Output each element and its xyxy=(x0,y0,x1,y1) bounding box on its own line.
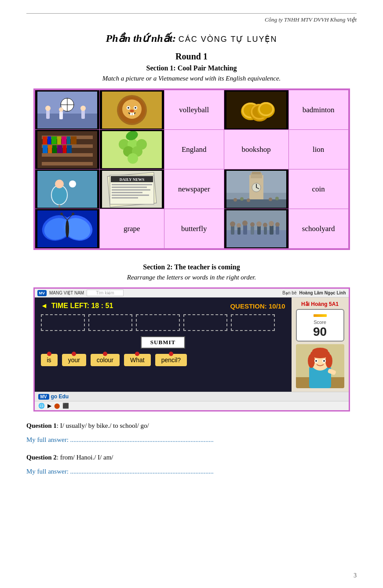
image-crowd xyxy=(224,209,288,249)
svg-point-18 xyxy=(128,107,129,109)
part-subtitle: CÁC VÒNG TỰ LUYỆN xyxy=(179,35,277,44)
svg-rect-37 xyxy=(42,162,93,165)
word-grape: grape xyxy=(99,209,164,249)
question-label: QUESTION: xyxy=(230,302,266,310)
svg-point-32 xyxy=(260,104,272,114)
word-butterfly: butterfly xyxy=(164,209,224,249)
table-row: grape butterfly xyxy=(35,209,348,249)
go-edu-label: go Edu xyxy=(51,393,69,400)
svg-rect-40 xyxy=(51,136,57,144)
company-name: Công ty TNHH MTV DVVH Khang Việt xyxy=(265,16,357,23)
svg-point-89 xyxy=(247,198,250,202)
svg-rect-74 xyxy=(112,192,142,193)
answer-box-2[interactable] xyxy=(88,314,132,331)
game-screenshot: MV MANG VIỆT NAM Tìm kiếm Bạn bè Hoàng L… xyxy=(33,287,350,412)
answer-box-5[interactable] xyxy=(231,314,275,331)
avatar-area xyxy=(296,344,344,388)
svg-point-8 xyxy=(59,107,63,112)
game-main: ◄ TIME LEFT: 18 : 51 QUESTION: 10/10 SUB… xyxy=(35,298,349,392)
word-chip-is[interactable]: is xyxy=(41,354,58,366)
svg-rect-42 xyxy=(62,136,66,144)
time-label: TIME LEFT: xyxy=(51,302,89,309)
image-newspaper: DAILY NEWS xyxy=(99,169,164,209)
friends-label: Bạn bè xyxy=(282,290,296,295)
dot-icon xyxy=(47,352,51,356)
section2-instruction: Rearrange the letters or words in the ri… xyxy=(26,274,357,281)
svg-point-90 xyxy=(269,198,272,201)
bigben-image xyxy=(226,171,286,208)
svg-rect-5 xyxy=(46,110,50,119)
svg-rect-75 xyxy=(112,195,149,196)
word-chip-pencil[interactable]: pencil? xyxy=(155,354,187,366)
image-lion xyxy=(99,90,164,130)
image-bigben xyxy=(224,169,288,209)
section2-title: Section 2: The teacher is coming xyxy=(26,263,357,271)
question-value: 10/10 xyxy=(269,302,285,310)
part-label: Phần thứ nhất: xyxy=(106,33,176,44)
question-num: QUESTION: 10/10 xyxy=(230,302,285,310)
arrow-icon: ◄ xyxy=(41,302,48,309)
time-value: 18 : 51 xyxy=(91,302,113,309)
image-butterfly xyxy=(35,209,99,249)
svg-text:DAILY NEWS: DAILY NEWS xyxy=(119,177,144,182)
header-line: Công ty TNHH MTV DVVH Khang Việt xyxy=(26,13,357,23)
submit-button[interactable]: SUBMIT xyxy=(141,336,185,349)
word-badminton: badminton xyxy=(288,90,348,130)
score-label: Score xyxy=(299,320,342,325)
answer-boxes xyxy=(41,314,285,331)
svg-point-10 xyxy=(80,106,86,111)
time-left: ◄ TIME LEFT: 18 : 51 xyxy=(41,302,113,310)
browser-icon-chrome: ⬤ xyxy=(54,403,60,409)
svg-rect-49 xyxy=(63,145,66,153)
svg-point-117 xyxy=(269,221,274,226)
svg-rect-50 xyxy=(67,145,72,153)
svg-point-65 xyxy=(55,180,64,188)
section1-title: Section 1: Cool Pair Matching xyxy=(26,64,357,72)
logo-box: MV xyxy=(38,394,49,400)
match-table-wrapper: volleyball xyxy=(33,88,350,250)
round-title: Round 1 xyxy=(26,51,357,62)
game-header-row: ◄ TIME LEFT: 18 : 51 QUESTION: 10/10 xyxy=(41,302,285,310)
game-topbar: MV MANG VIỆT NAM Tìm kiếm Bạn bè Hoàng L… xyxy=(35,289,349,298)
answer-box-1[interactable] xyxy=(41,314,85,331)
svg-point-125 xyxy=(308,354,315,368)
svg-rect-46 xyxy=(48,145,52,153)
svg-point-113 xyxy=(256,221,262,227)
word-chips: is your colour What pencil? xyxy=(41,354,285,366)
coins-image xyxy=(226,92,286,129)
svg-point-91 xyxy=(275,197,279,200)
word-england: England xyxy=(164,130,224,169)
table-row: England bookshop lion xyxy=(35,130,348,169)
answer-box-4[interactable] xyxy=(183,314,227,331)
topbar-left: MV MANG VIỆT NAM Tìm kiếm xyxy=(37,290,124,296)
game-logo: MV xyxy=(37,290,47,296)
svg-point-100 xyxy=(60,213,63,215)
svg-rect-108 xyxy=(243,225,247,235)
svg-rect-22 xyxy=(132,113,134,115)
svg-point-119 xyxy=(275,222,280,227)
browser-icon-globe: 🌐 xyxy=(38,403,45,409)
svg-rect-71 xyxy=(112,184,152,185)
page-number: 3 xyxy=(354,572,357,579)
game-bottombar: MV go Edu xyxy=(35,392,349,401)
lion-image xyxy=(102,92,162,129)
word-chip-your[interactable]: your xyxy=(62,354,86,366)
word-chip-what[interactable]: What xyxy=(124,354,151,366)
svg-rect-44 xyxy=(71,136,77,144)
svg-rect-114 xyxy=(264,227,267,235)
word-chip-colour[interactable]: colour xyxy=(91,354,120,366)
svg-point-131 xyxy=(323,360,325,362)
student-name: Hải Hoàng 5A1 xyxy=(301,301,339,307)
svg-point-130 xyxy=(315,360,317,362)
svg-rect-104 xyxy=(231,226,234,235)
grapes-image xyxy=(102,131,162,168)
svg-rect-41 xyxy=(57,136,61,144)
svg-rect-38 xyxy=(43,136,47,144)
svg-point-87 xyxy=(233,198,237,202)
word-newspaper: newspaper xyxy=(164,169,224,209)
svg-rect-60 xyxy=(37,171,97,208)
go-edu-logo: MV go Edu xyxy=(38,393,69,400)
score-box: Score 90 xyxy=(296,309,344,342)
game-left: ◄ TIME LEFT: 18 : 51 QUESTION: 10/10 SUB… xyxy=(35,298,292,392)
answer-box-3[interactable] xyxy=(136,314,180,331)
